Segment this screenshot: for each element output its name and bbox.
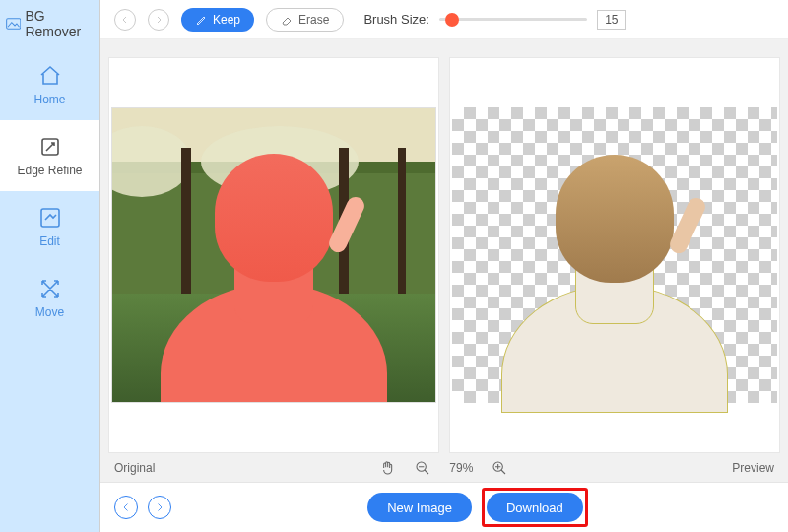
keep-label: Keep xyxy=(213,13,240,27)
hand-icon xyxy=(379,460,395,476)
new-image-label: New Image xyxy=(387,500,452,515)
brush-icon xyxy=(195,14,207,26)
work-area xyxy=(100,39,788,453)
edge-refine-icon xyxy=(38,135,62,159)
brush-size-control: Brush Size: 15 xyxy=(363,10,625,30)
undo-button[interactable] xyxy=(114,9,136,31)
chevron-right-icon xyxy=(154,501,165,513)
home-icon xyxy=(38,64,62,88)
sidebar-item-label: Move xyxy=(35,305,64,319)
eraser-icon xyxy=(281,14,293,26)
preview-pane xyxy=(449,57,780,453)
redo-button[interactable] xyxy=(148,9,169,31)
brush-size-label: Brush Size: xyxy=(363,12,428,27)
sidebar: BG Remover Home Edge Refine Edit Move xyxy=(0,0,100,532)
chevron-left-icon xyxy=(120,501,132,513)
svg-rect-2 xyxy=(41,209,59,227)
zoom-out-button[interactable] xyxy=(414,459,431,477)
keep-button[interactable]: Keep xyxy=(181,8,254,32)
sidebar-item-move[interactable]: Move xyxy=(0,262,99,333)
status-bar: Original 79% Preview xyxy=(100,453,788,483)
move-icon xyxy=(38,277,62,300)
original-pane xyxy=(108,57,439,453)
sidebar-item-edit[interactable]: Edit xyxy=(0,191,99,262)
brush-size-slider[interactable] xyxy=(439,18,587,21)
subject-cutout xyxy=(511,137,718,413)
brush-size-value: 15 xyxy=(597,10,626,30)
zoom-value: 79% xyxy=(449,461,473,475)
undo-icon xyxy=(119,14,131,26)
slider-thumb[interactable] xyxy=(445,13,459,27)
prev-button[interactable] xyxy=(114,496,138,519)
download-button[interactable]: Download xyxy=(487,493,583,522)
edit-icon xyxy=(38,206,62,230)
main: Keep Erase Brush Size: 15 xyxy=(100,0,788,532)
sidebar-item-home[interactable]: Home xyxy=(0,49,99,120)
download-highlight: Download xyxy=(482,488,588,527)
preview-label: Preview xyxy=(732,461,774,475)
zoom-out-icon xyxy=(415,460,430,476)
action-bar: New Image Download xyxy=(100,483,788,532)
sidebar-item-label: Edge Refine xyxy=(17,164,82,177)
erase-button[interactable]: Erase xyxy=(266,8,344,32)
preview-image[interactable] xyxy=(452,107,777,403)
next-button[interactable] xyxy=(148,496,171,519)
sidebar-item-edge-refine[interactable]: Edge Refine xyxy=(0,120,99,191)
sidebar-item-label: Edit xyxy=(39,234,60,248)
erase-label: Erase xyxy=(298,13,329,27)
zoom-in-button[interactable] xyxy=(491,459,508,477)
brand-name: BG Remover xyxy=(25,8,94,39)
original-image[interactable] xyxy=(111,107,436,403)
sidebar-item-label: Home xyxy=(33,93,65,106)
pan-button[interactable] xyxy=(378,459,396,477)
app-logo-icon xyxy=(6,17,21,31)
new-image-button[interactable]: New Image xyxy=(367,493,472,522)
subject-mask-overlay xyxy=(170,136,377,403)
original-label: Original xyxy=(114,461,155,475)
toolbar: Keep Erase Brush Size: 15 xyxy=(100,0,788,39)
zoom-in-icon xyxy=(492,460,507,476)
download-label: Download xyxy=(506,500,563,515)
redo-icon xyxy=(153,14,164,26)
brand: BG Remover xyxy=(0,0,99,49)
